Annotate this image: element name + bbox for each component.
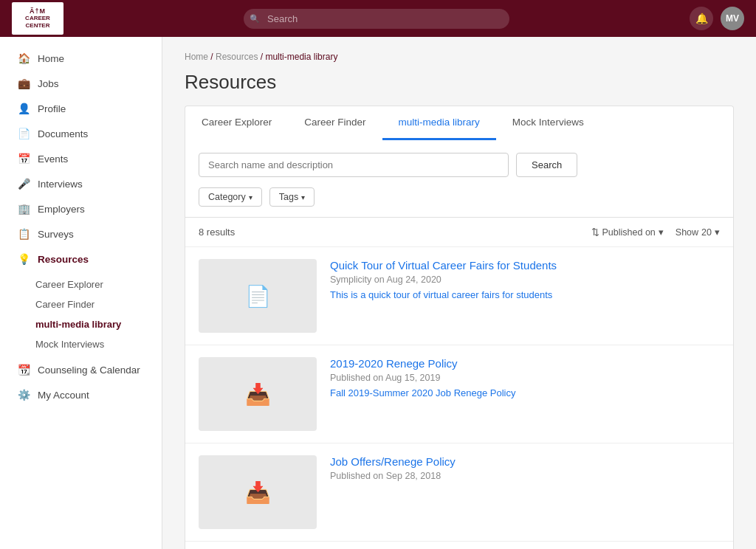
result-meta-1: Symplicity on Aug 24, 2020 [330,274,720,285]
sidebar-item-employers[interactable]: 🏢 Employers [0,196,162,221]
top-nav-actions: 🔔 MV [690,7,744,30]
sidebar-item-interviews[interactable]: 🎤 Interviews [0,171,162,196]
sidebar-item-documents[interactable]: 📄 Documents [0,121,162,146]
results-controls: ⇅ Published on ▾ Show 20 ▾ [591,227,720,238]
document-icon-2: 📥 [245,382,271,407]
result-title-3[interactable]: Job Offers/Renege Policy [330,455,720,468]
logo-area: Ã†M CAREERCENTER [12,2,63,35]
results-count: 8 results [199,227,235,238]
results-header: 8 results ⇅ Published on ▾ Show 20 ▾ [185,218,733,247]
search-section: Search Category ▾ Tags ▾ [185,139,734,218]
category-filter-button[interactable]: Category ▾ [199,187,262,207]
home-icon: 🏠 [17,52,30,64]
result-item: 📥 Job Offers/Renege Policy Published on … [185,443,733,542]
sidebar-item-counseling[interactable]: 📆 Counseling & Calendar [0,357,162,382]
counseling-icon: 📆 [17,364,30,376]
result-desc-2: Fall 2019-Summer 2020 Job Renege Policy [330,387,720,398]
interviews-icon: 🎤 [17,178,30,190]
result-thumbnail-1: 📄 [199,259,317,333]
breadcrumb-home[interactable]: Home [185,52,208,62]
sidebar-label-employers: Employers [38,204,85,215]
result-item: 📄 Student Profile How-To Published on Ap… [185,542,733,549]
events-icon: 📅 [17,153,30,165]
sidebar-item-multi-media[interactable]: multi-media library [0,314,162,334]
result-item: 📄 Quick Tour of Virtual Career Fairs for… [185,247,733,345]
breadcrumb-resources[interactable]: Resources [216,52,258,62]
sidebar-label-documents: Documents [38,128,88,139]
tab-multi-media[interactable]: multi-media library [382,106,496,140]
breadcrumb: Home / Resources / multi-media library [185,52,734,62]
sidebar-item-jobs[interactable]: 💼 Jobs [0,71,162,96]
document-icon-1: 📄 [245,284,271,308]
category-filter-label: Category [208,192,246,202]
result-title-1[interactable]: Quick Tour of Virtual Career Fairs for S… [330,259,720,272]
resources-sub-menu: Career Explorer Career Finder multi-medi… [0,272,162,357]
search-row: Search [199,153,720,177]
sidebar-item-resources[interactable]: 💡 Resources [0,246,162,272]
show-value: 20 [701,227,712,238]
result-content-3: Job Offers/Renege Policy Published on Se… [330,455,720,486]
sidebar-item-surveys[interactable]: 📋 Surveys [0,221,162,246]
show-label: Show [676,227,698,238]
surveys-icon: 📋 [17,228,30,240]
sidebar-item-profile[interactable]: 👤 Profile [0,96,162,121]
sidebar-item-events[interactable]: 📅 Events [0,146,162,171]
user-avatar-button[interactable]: MV [721,7,744,30]
top-navigation: Ã†M CAREERCENTER 🔔 MV [0,0,756,37]
sidebar: 🏠 Home 💼 Jobs 👤 Profile 📄 Documents 📅 Ev… [0,37,162,549]
sidebar-label-profile: Profile [38,103,66,114]
sidebar-item-myaccount[interactable]: ⚙️ My Account [0,382,162,407]
tabs-bar: Career Explorer Career Finder multi-medi… [185,106,734,139]
tab-mock-interviews[interactable]: Mock Interviews [496,106,600,140]
document-icon-3: 📥 [245,480,271,505]
jobs-icon: 💼 [17,77,30,89]
result-title-2[interactable]: 2019-2020 Renege Policy [330,357,720,370]
tab-career-explorer[interactable]: Career Explorer [185,106,288,140]
results-section: 8 results ⇅ Published on ▾ Show 20 ▾ [185,218,734,549]
tags-chevron-icon: ▾ [301,193,305,201]
result-content-2: 2019-2020 Renege Policy Published on Aug… [330,357,720,398]
sidebar-label-home: Home [38,53,64,64]
result-item: 📥 2019-2020 Renege Policy Published on A… [185,345,733,443]
sort-icon: ⇅ [591,227,599,238]
show-chevron-icon: ▾ [715,227,720,238]
sort-chevron-icon: ▾ [659,227,664,238]
resources-icon: 💡 [17,253,30,265]
result-meta-2: Published on Aug 15, 2019 [330,373,720,383]
category-chevron-icon: ▾ [249,193,252,201]
logo-text-main: CAREERCENTER [25,15,50,29]
logo-text-top: Ã†M [30,7,46,15]
sidebar-label-counseling: Counseling & Calendar [38,365,140,376]
sidebar-item-home[interactable]: 🏠 Home [0,46,162,71]
global-search-input[interactable] [244,9,509,29]
profile-icon: 👤 [17,103,30,114]
sidebar-item-career-explorer[interactable]: Career Explorer [0,274,162,294]
sort-button[interactable]: ⇅ Published on ▾ [591,227,664,238]
main-content: Home / Resources / multi-media library R… [162,37,756,549]
result-meta-3: Published on Sep 28, 2018 [330,471,720,481]
notifications-bell-button[interactable]: 🔔 [690,7,713,30]
breadcrumb-current: multi-media library [265,52,337,62]
sidebar-label-resources: Resources [38,254,89,265]
global-search-area [244,9,509,29]
logo: Ã†M CAREERCENTER [12,2,63,35]
employers-icon: 🏢 [17,203,30,215]
tags-filter-button[interactable]: Tags ▾ [269,187,315,207]
show-button[interactable]: Show 20 ▾ [676,227,720,238]
search-input[interactable] [199,153,509,177]
myaccount-icon: ⚙️ [17,389,30,401]
sidebar-label-myaccount: My Account [38,390,89,401]
tags-filter-label: Tags [279,192,298,202]
search-button[interactable]: Search [516,153,577,177]
sidebar-label-surveys: Surveys [38,229,74,240]
result-thumbnail-3: 📥 [199,455,317,529]
sidebar-item-mock-interviews[interactable]: Mock Interviews [0,334,162,354]
filter-row: Category ▾ Tags ▾ [199,187,720,207]
result-thumbnail-2: 📥 [199,357,317,431]
result-desc-1: This is a quick tour of virtual career f… [330,289,720,300]
tab-career-finder[interactable]: Career Finder [288,106,382,140]
sidebar-item-career-finder[interactable]: Career Finder [0,294,162,314]
sidebar-label-interviews: Interviews [38,179,83,190]
sidebar-label-jobs: Jobs [38,78,59,89]
documents-icon: 📄 [17,128,30,139]
